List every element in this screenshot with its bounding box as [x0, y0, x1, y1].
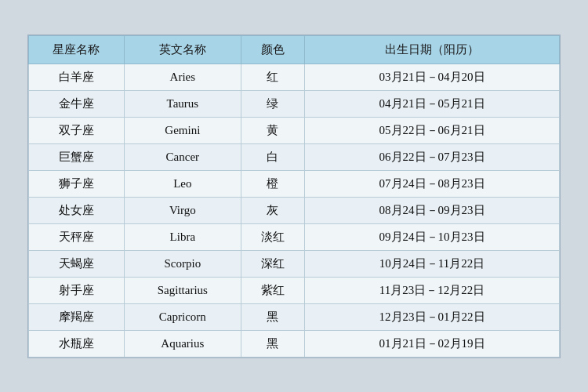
zodiac-table-container: 星座名称 英文名称 颜色 出生日期（阳历） 白羊座Aries红03月21日－04…	[27, 34, 561, 358]
cell-date: 05月22日－06月21日	[305, 117, 560, 143]
cell-color: 白	[241, 143, 304, 170]
table-row: 狮子座Leo橙07月24日－08月23日	[29, 170, 560, 197]
table-row: 天秤座Libra淡红09月24日－10月23日	[29, 223, 560, 250]
table-row: 处女座Virgo灰08月24日－09月23日	[29, 197, 560, 223]
cell-english: Taurus	[124, 90, 241, 117]
table-body: 白羊座Aries红03月21日－04月20日金牛座Taurus绿04月21日－0…	[29, 64, 560, 357]
cell-date: 07月24日－08月23日	[305, 170, 560, 197]
cell-english: Virgo	[124, 197, 241, 223]
cell-color: 紫红	[241, 277, 304, 303]
cell-date: 04月21日－05月21日	[305, 90, 560, 117]
cell-color: 淡红	[241, 223, 304, 250]
table-row: 巨蟹座Cancer白06月22日－07月23日	[29, 143, 560, 170]
cell-chinese: 狮子座	[29, 170, 125, 197]
cell-english: Scorpio	[124, 250, 241, 277]
cell-date: 06月22日－07月23日	[305, 143, 560, 170]
cell-chinese: 摩羯座	[29, 303, 125, 330]
cell-date: 09月24日－10月23日	[305, 223, 560, 250]
cell-date: 10月24日－11月22日	[305, 250, 560, 277]
header-color: 颜色	[241, 35, 304, 64]
cell-color: 红	[241, 64, 304, 90]
cell-english: Capricorn	[124, 303, 241, 330]
cell-chinese: 射手座	[29, 277, 125, 303]
cell-english: Leo	[124, 170, 241, 197]
table-row: 金牛座Taurus绿04月21日－05月21日	[29, 90, 560, 117]
table-header-row: 星座名称 英文名称 颜色 出生日期（阳历）	[29, 35, 560, 64]
cell-english: Gemini	[124, 117, 241, 143]
cell-chinese: 双子座	[29, 117, 125, 143]
cell-date: 12月23日－01月22日	[305, 303, 560, 330]
cell-color: 黑	[241, 330, 304, 357]
cell-english: Cancer	[124, 143, 241, 170]
cell-chinese: 天蝎座	[29, 250, 125, 277]
table-row: 天蝎座Scorpio深红10月24日－11月22日	[29, 250, 560, 277]
cell-color: 黑	[241, 303, 304, 330]
header-date: 出生日期（阳历）	[305, 35, 560, 64]
cell-color: 绿	[241, 90, 304, 117]
table-row: 摩羯座Capricorn黑12月23日－01月22日	[29, 303, 560, 330]
cell-color: 灰	[241, 197, 304, 223]
cell-chinese: 白羊座	[29, 64, 125, 90]
cell-english: Aries	[124, 64, 241, 90]
table-row: 白羊座Aries红03月21日－04月20日	[29, 64, 560, 90]
cell-date: 11月23日－12月22日	[305, 277, 560, 303]
cell-color: 黄	[241, 117, 304, 143]
table-row: 水瓶座Aquarius黑01月21日－02月19日	[29, 330, 560, 357]
cell-color: 橙	[241, 170, 304, 197]
cell-date: 03月21日－04月20日	[305, 64, 560, 90]
cell-english: Sagittarius	[124, 277, 241, 303]
cell-date: 08月24日－09月23日	[305, 197, 560, 223]
cell-color: 深红	[241, 250, 304, 277]
cell-date: 01月21日－02月19日	[305, 330, 560, 357]
cell-english: Libra	[124, 223, 241, 250]
cell-chinese: 金牛座	[29, 90, 125, 117]
cell-chinese: 天秤座	[29, 223, 125, 250]
zodiac-table: 星座名称 英文名称 颜色 出生日期（阳历） 白羊座Aries红03月21日－04…	[28, 35, 560, 358]
table-row: 射手座Sagittarius紫红11月23日－12月22日	[29, 277, 560, 303]
header-english: 英文名称	[124, 35, 241, 64]
header-chinese: 星座名称	[29, 35, 125, 64]
cell-chinese: 处女座	[29, 197, 125, 223]
cell-english: Aquarius	[124, 330, 241, 357]
cell-chinese: 水瓶座	[29, 330, 125, 357]
table-row: 双子座Gemini黄05月22日－06月21日	[29, 117, 560, 143]
cell-chinese: 巨蟹座	[29, 143, 125, 170]
